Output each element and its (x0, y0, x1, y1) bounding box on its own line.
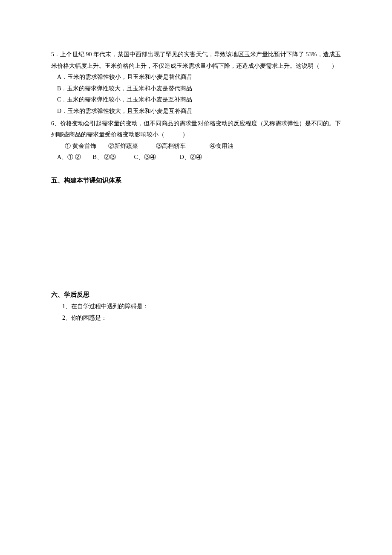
question-5: 5．上个世纪 90 年代末，某国中西部出现了罕见的灾害天气，导致该地区玉米产量比… (51, 49, 341, 117)
q6-stem: 6、价格变动会引起需求量的变动，但不同商品的需求量对价格变动的反应程度（又称需求… (51, 118, 341, 141)
question-6: 6、价格变动会引起需求量的变动，但不同商品的需求量对价格变动的反应程度（又称需求… (51, 118, 341, 163)
q5-option-c: C．玉米的需求弹性较小，且玉米和小麦是互补商品 (51, 94, 341, 106)
section-5-heading: 五、构建本节课知识体系 (51, 174, 341, 187)
q6-answers: A、① ② B、 ②③ C、③④ D、②④ (51, 152, 341, 163)
reflection-line-1: 1、在自学过程中遇到的障碍是： (51, 301, 341, 312)
section-6-heading: 六、学后反思 (51, 289, 341, 301)
q6-choices: ① 黄金首饰 ②新鲜蔬菜 ③高档轿车 ④食用油 (51, 141, 341, 152)
reflection-line-2: 2、你的困惑是： (51, 312, 341, 324)
q5-option-d: D．玉米的需求弹性较大，且玉米和小麦是互补商品 (51, 106, 341, 117)
section-6: 六、学后反思 1、在自学过程中遇到的障碍是： 2、你的困惑是： (51, 289, 341, 324)
q5-stem: 5．上个世纪 90 年代末，某国中西部出现了罕见的灾害天气，导致该地区玉米产量比… (51, 49, 341, 72)
q5-option-b: B．玉米的需求弹性较大，且玉米和小麦是替代商品 (51, 83, 341, 95)
q5-option-a: A．玉米的需求弹性较小，且玉米和小麦是替代商品 (51, 72, 341, 83)
